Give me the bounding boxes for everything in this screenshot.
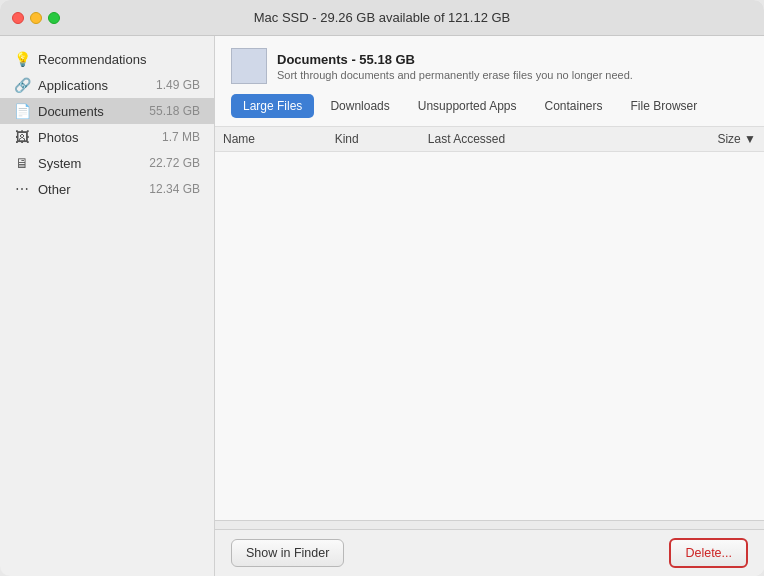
photos-icon: 🖼 xyxy=(14,129,30,145)
table-header-row: Name Kind Last Accessed Size ▼ xyxy=(215,127,764,152)
doc-info: Documents - 55.18 GB Sort through docume… xyxy=(231,48,748,84)
sidebar-item-size-applications: 1.49 GB xyxy=(156,78,200,92)
sidebar-item-label-documents: Documents xyxy=(38,104,141,119)
content-header: Documents - 55.18 GB Sort through docume… xyxy=(215,36,764,127)
tab-unsupported-apps[interactable]: Unsupported Apps xyxy=(406,94,529,118)
col-kind: Kind xyxy=(327,127,420,152)
system-icon: 🖥 xyxy=(14,155,30,171)
traffic-lights xyxy=(12,12,60,24)
tab-downloads[interactable]: Downloads xyxy=(318,94,401,118)
other-icon: ⋯ xyxy=(14,181,30,197)
sidebar-item-size-photos: 1.7 MB xyxy=(162,130,200,144)
col-last-accessed: Last Accessed xyxy=(420,127,637,152)
show-in-finder-button[interactable]: Show in Finder xyxy=(231,539,344,567)
window-title: Mac SSD - 29.26 GB available of 121.12 G… xyxy=(254,10,511,25)
path-bar xyxy=(215,520,764,529)
close-button[interactable] xyxy=(12,12,24,24)
sidebar-item-size-documents: 55.18 GB xyxy=(149,104,200,118)
sidebar-item-recommendations[interactable]: 💡Recommendations xyxy=(0,46,214,72)
sidebar-item-photos[interactable]: 🖼Photos1.7 MB xyxy=(0,124,214,150)
sidebar-item-label-photos: Photos xyxy=(38,130,154,145)
documents-icon: 📄 xyxy=(14,103,30,119)
delete-button[interactable]: Delete... xyxy=(669,538,748,568)
sidebar-item-label-system: System xyxy=(38,156,141,171)
sidebar-item-system[interactable]: 🖥System22.72 GB xyxy=(0,150,214,176)
doc-name: Documents - 55.18 GB xyxy=(277,52,633,67)
doc-description: Sort through documents and permanently e… xyxy=(277,69,633,81)
sidebar-item-size-other: 12.34 GB xyxy=(149,182,200,196)
sidebar: 💡Recommendations🔗Applications1.49 GB📄Doc… xyxy=(0,36,215,576)
file-table: Name Kind Last Accessed Size ▼ xyxy=(215,127,764,152)
tabs-bar: Large FilesDownloadsUnsupported AppsCont… xyxy=(231,94,748,118)
sidebar-item-other[interactable]: ⋯Other12.34 GB xyxy=(0,176,214,202)
main-container: 💡Recommendations🔗Applications1.49 GB📄Doc… xyxy=(0,36,764,576)
applications-icon: 🔗 xyxy=(14,77,30,93)
doc-folder-icon xyxy=(231,48,267,84)
tab-file-browser[interactable]: File Browser xyxy=(619,94,710,118)
file-table-container[interactable]: Name Kind Last Accessed Size ▼ xyxy=(215,127,764,520)
minimize-button[interactable] xyxy=(30,12,42,24)
tab-containers[interactable]: Containers xyxy=(533,94,615,118)
doc-text-info: Documents - 55.18 GB Sort through docume… xyxy=(277,52,633,81)
sidebar-item-label-other: Other xyxy=(38,182,141,197)
sidebar-item-label-applications: Applications xyxy=(38,78,148,93)
action-bar: Show in Finder Delete... xyxy=(215,529,764,576)
tab-large-files[interactable]: Large Files xyxy=(231,94,314,118)
sidebar-item-applications[interactable]: 🔗Applications1.49 GB xyxy=(0,72,214,98)
maximize-button[interactable] xyxy=(48,12,60,24)
sidebar-item-size-system: 22.72 GB xyxy=(149,156,200,170)
title-bar: Mac SSD - 29.26 GB available of 121.12 G… xyxy=(0,0,764,36)
content-area: Documents - 55.18 GB Sort through docume… xyxy=(215,36,764,576)
sidebar-item-label-recommendations: Recommendations xyxy=(38,52,200,67)
sidebar-item-documents[interactable]: 📄Documents55.18 GB xyxy=(0,98,214,124)
col-size: Size ▼ xyxy=(637,127,764,152)
col-name: Name xyxy=(215,127,327,152)
recommendations-icon: 💡 xyxy=(14,51,30,67)
